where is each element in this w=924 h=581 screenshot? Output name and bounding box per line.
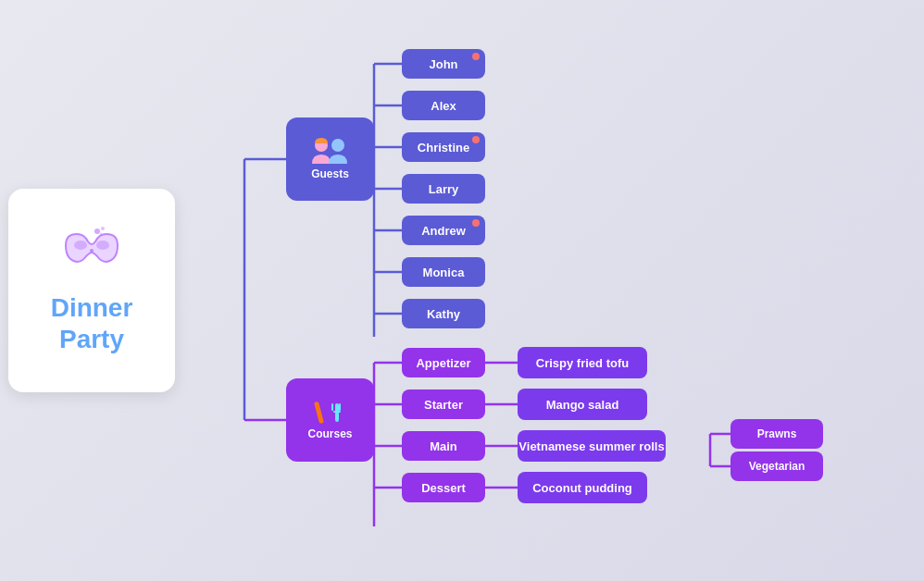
christine-label: Christine <box>418 141 469 155</box>
sub-prawns: Prawns <box>730 419 823 449</box>
starter-label: Starter <box>424 398 463 412</box>
course-main: Main <box>402 431 485 461</box>
food-mango-salad: Mango salad <box>518 389 647 420</box>
guests-node: Guests <box>286 117 374 201</box>
main-container: Dinner Party <box>8 13 916 568</box>
john-dot <box>472 53 480 60</box>
andrew-dot <box>472 219 480 227</box>
courses-label: Courses <box>307 427 352 440</box>
guest-christine: Christine <box>402 132 485 162</box>
appetizer-label: Appetizer <box>416 356 470 370</box>
larry-label: Larry <box>429 182 459 196</box>
svg-point-3 <box>74 241 87 250</box>
courses-node: Courses <box>286 378 374 462</box>
svg-rect-31 <box>313 402 323 424</box>
main-label: Main <box>430 439 457 453</box>
dessert-label: Dessert <box>421 481 466 495</box>
summer-rolls-label: Vietnamese summer rolls <box>518 439 664 453</box>
alex-label: Alex <box>431 99 456 113</box>
svg-point-5 <box>90 249 94 253</box>
prawns-label: Prawns <box>757 427 797 440</box>
course-appetizer: Appetizer <box>402 348 485 377</box>
mask-icon <box>62 227 121 283</box>
svg-rect-35 <box>333 411 341 413</box>
guest-monica: Monica <box>402 257 485 287</box>
guest-kathy: Kathy <box>402 299 485 328</box>
coconut-pudding-label: Coconut pudding <box>532 481 632 495</box>
title-text: Dinner Party <box>51 292 133 354</box>
monica-label: Monica <box>423 266 465 279</box>
john-label: John <box>429 57 457 71</box>
guests-label: Guests <box>311 167 349 180</box>
vegetarian-label: Vegetarian <box>749 460 805 473</box>
svg-point-4 <box>96 241 109 250</box>
svg-rect-33 <box>331 403 333 411</box>
title-card: Dinner Party <box>8 189 175 392</box>
mango-salad-label: Mango salad <box>546 398 619 412</box>
andrew-label: Andrew <box>421 224 466 238</box>
guest-john: John <box>402 49 485 79</box>
crispy-tofu-label: Crispy fried tofu <box>536 356 629 370</box>
svg-rect-34 <box>339 403 341 411</box>
food-coconut-pudding: Coconut pudding <box>518 472 647 503</box>
course-dessert: Dessert <box>402 473 485 502</box>
christine-dot <box>472 136 480 143</box>
svg-point-1 <box>101 227 105 230</box>
svg-point-0 <box>94 229 100 234</box>
guest-alex: Alex <box>402 91 485 120</box>
guest-larry: Larry <box>402 174 485 204</box>
course-starter: Starter <box>402 389 485 419</box>
food-summer-rolls: Vietnamese summer rolls <box>518 430 666 462</box>
tree-container: Guests John Alex Christine Larry Andrew … <box>194 13 916 568</box>
guest-andrew: Andrew <box>402 216 485 245</box>
svg-point-30 <box>331 139 344 152</box>
food-crispy-tofu: Crispy fried tofu <box>518 347 647 378</box>
kathy-label: Kathy <box>427 307 460 321</box>
sub-vegetarian: Vegetarian <box>730 451 823 481</box>
